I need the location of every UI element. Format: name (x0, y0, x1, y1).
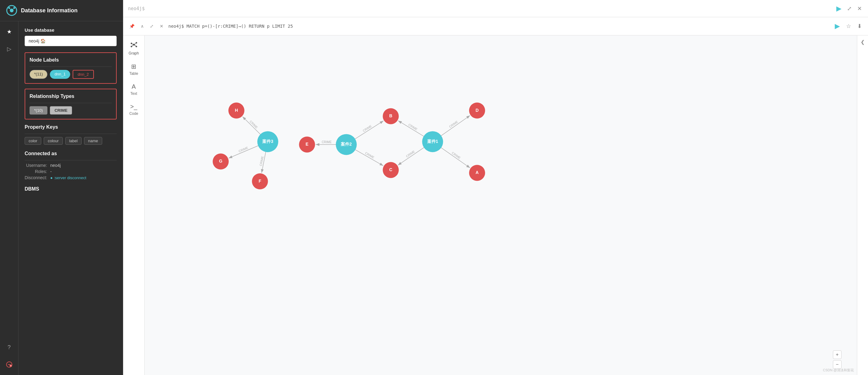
right-panel-collapse-button[interactable]: ❮ (859, 38, 866, 46)
connected-as-section: Connected as Username: neo4j Roles: - Di… (25, 151, 117, 180)
run-panel-button[interactable]: ▶ (834, 21, 841, 31)
close-panel-icon[interactable]: ✕ (158, 23, 165, 30)
graph-tab-icon (130, 41, 137, 50)
zoom-in-button[interactable]: + (833, 350, 841, 359)
divider2 (30, 103, 112, 103)
tab-graph-label: Graph (129, 51, 139, 55)
graph-node-label: 案件2 (341, 142, 352, 147)
property-keys-title: Property Keys (25, 124, 117, 130)
roles-label: Roles: (25, 169, 47, 174)
svg-line-15 (132, 44, 133, 44)
graph-node-label: A (475, 170, 478, 175)
zoom-controls: + − (833, 350, 841, 369)
dbms-section: DBMS (25, 186, 117, 192)
tag-dnn1[interactable]: dnn_1 (50, 70, 70, 79)
top-bar: neo4j$ ▶ ⤢ ✕ (123, 0, 868, 17)
close-topbar-button[interactable]: ✕ (856, 4, 863, 13)
graph-svg: CRIMECRIMECRIMECRIMECRIMECRIMECRIMECRIME… (145, 35, 857, 375)
text-tab-icon: A (132, 83, 136, 90)
run-query-button[interactable]: ▶ (835, 3, 843, 14)
graph-node-label: D (475, 108, 478, 113)
graph-edge (243, 117, 261, 136)
prop-tag-color[interactable]: color (25, 137, 41, 145)
roles-value: - (50, 169, 117, 174)
connected-grid: Username: neo4j Roles: - Disconnect: ● :… (25, 163, 117, 180)
divider3 (25, 134, 117, 134)
expand-button[interactable]: ⤢ (846, 4, 853, 13)
graph-panel: Graph ⊞ Table A Text >_ Code (123, 35, 868, 375)
graph-node-label: C (389, 167, 392, 172)
watermark: CSDN @清淡和梨花 (823, 368, 854, 373)
node-labels-tags: *(11) dnn_1 dnn_2 (30, 70, 112, 79)
query-input[interactable] (148, 6, 831, 11)
svg-point-10 (133, 44, 135, 45)
graph-node-label: H (235, 108, 238, 113)
graph-edge (398, 147, 426, 165)
graph-node-label: 案件3 (262, 139, 273, 144)
prop-tag-colour[interactable]: colour (44, 137, 62, 145)
graph-node-label: F (258, 179, 261, 184)
expand-panel-icon[interactable]: ⤢ (149, 23, 155, 30)
top-bar-actions: ▶ ⤢ ✕ (835, 3, 863, 14)
sidebar-content: Use database neo4j 🏠 Node Labels *(11) d… (19, 21, 123, 375)
zoom-out-button[interactable]: − (833, 360, 841, 369)
divider4 (25, 160, 117, 160)
nav-star-icon[interactable]: ★ (4, 26, 15, 37)
star-query-button[interactable]: ☆ (845, 22, 852, 31)
relationship-type-tags: *(10) CRIME (30, 106, 112, 115)
tab-table-label: Table (129, 71, 138, 76)
graph-icon-svg (130, 41, 137, 48)
connected-as-title: Connected as (25, 151, 117, 156)
status-circle-icon: ● (50, 176, 53, 180)
divider1 (30, 66, 112, 67)
use-database-label: Use database (25, 27, 117, 33)
tag-dnn2[interactable]: dnn_2 (73, 70, 94, 79)
query-panel: 📌 ∧ ⤢ ✕ neo4j$ MATCH p=()-[r:CRIME]→() R… (123, 17, 868, 35)
collapse-up-icon[interactable]: ∧ (140, 23, 145, 30)
sidebar-layout: ★ ▷ ? Use database neo4j 🏠 Nod (0, 21, 123, 375)
table-tab-icon: ⊞ (131, 63, 136, 70)
database-select[interactable]: neo4j 🏠 (25, 36, 117, 46)
tag-crime[interactable]: CRIME (50, 106, 72, 115)
nav-play-icon[interactable]: ▷ (4, 43, 15, 55)
pin-icon[interactable]: 📌 (128, 23, 136, 30)
username-label: Username: (25, 163, 47, 168)
graph-edge (398, 121, 425, 137)
disconnect-icon (6, 361, 12, 368)
sidebar: Database Information ★ ▷ ? Use database (0, 0, 123, 375)
nav-disconnect-icon[interactable] (4, 359, 15, 370)
sidebar-title: Database Information (21, 7, 78, 14)
main-content: neo4j$ ▶ ⤢ ✕ 📌 ∧ ⤢ ✕ neo4j$ MATCH p=()-[… (123, 0, 868, 375)
view-tabs: Graph ⊞ Table A Text >_ Code (123, 35, 145, 375)
svg-point-3 (13, 7, 15, 9)
property-keys-section: Property Keys color colour label name (25, 124, 117, 145)
disconnect-label: Disconnect: (25, 175, 47, 180)
tab-graph[interactable]: Graph (125, 38, 143, 59)
graph-node-label: E (306, 142, 308, 147)
graph-edge-label: CRIME (322, 140, 332, 144)
app-logo-icon (6, 5, 17, 16)
dbms-title: DBMS (25, 186, 117, 192)
nav-help-icon[interactable]: ? (4, 342, 15, 353)
prop-tag-name[interactable]: name (84, 137, 102, 145)
prop-tag-label[interactable]: label (65, 137, 82, 145)
download-query-button[interactable]: ⬇ (856, 22, 863, 31)
disconnect-value: ● :server disconnect (50, 175, 117, 180)
tag-all-nodes[interactable]: *(11) (30, 70, 48, 79)
disconnect-link[interactable]: :server disconnect (54, 176, 87, 180)
graph-edge (439, 116, 470, 137)
tab-table[interactable]: ⊞ Table (125, 60, 143, 79)
relationship-types-section: Relationship Types *(10) CRIME (25, 89, 117, 120)
node-labels-section: Node Labels *(11) dnn_1 dnn_2 (25, 52, 117, 84)
code-tab-icon: >_ (130, 103, 137, 110)
tag-all-rels[interactable]: *(10) (30, 106, 48, 115)
svg-point-12 (135, 42, 137, 44)
node-labels-title: Node Labels (30, 57, 112, 63)
svg-point-2 (8, 7, 10, 9)
tab-code[interactable]: >_ Code (125, 100, 143, 119)
sidebar-header: Database Information (0, 0, 123, 21)
tab-code-label: Code (129, 112, 138, 116)
tab-text[interactable]: A Text (125, 80, 143, 99)
right-panel: ❮ (857, 35, 868, 375)
svg-line-16 (134, 43, 136, 44)
